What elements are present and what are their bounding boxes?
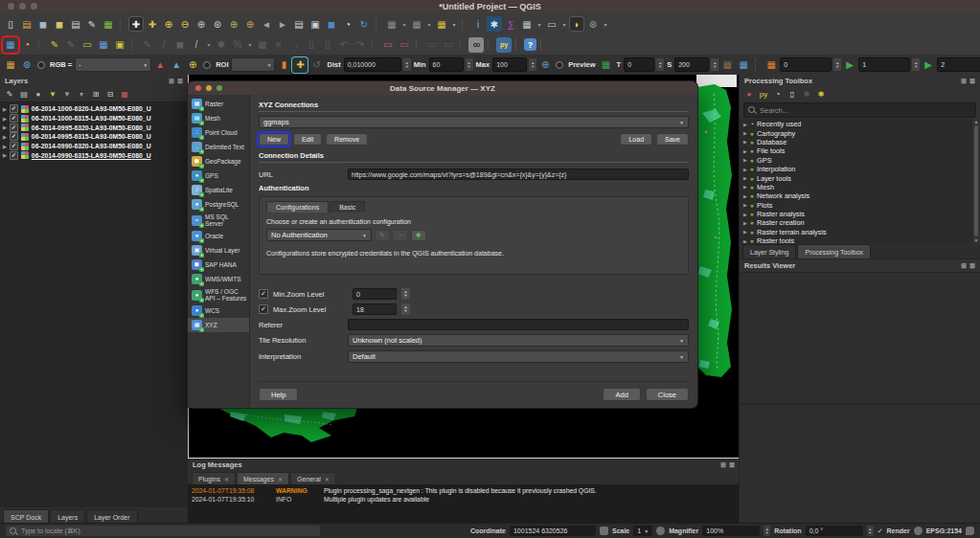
- layer-visibility-checkbox[interactable]: ✓: [10, 123, 18, 132]
- dock-tab[interactable]: Layer Styling: [742, 244, 796, 258]
- layers-tool-icon[interactable]: ●: [33, 89, 44, 101]
- toolbar-icon[interactable]: /: [189, 37, 204, 53]
- toolbar-icon[interactable]: ▾: [425, 16, 433, 32]
- close-tab-icon[interactable]: ✕: [278, 476, 283, 482]
- close-window-icon[interactable]: [8, 3, 14, 10]
- go-icon[interactable]: ▶: [842, 57, 857, 73]
- processing-group[interactable]: ▶ ● GPS: [740, 156, 980, 165]
- layer-item[interactable]: ▶ ✓ 06-2014-1000-6320-LA93-0M50-E080_U: [0, 104, 188, 114]
- roi-polygon-icon[interactable]: ▮: [276, 57, 291, 73]
- scroll-up-icon[interactable]: ▲: [974, 119, 979, 124]
- messages-bubble-icon[interactable]: [966, 527, 974, 535]
- max-stepper[interactable]: ▲▼: [529, 58, 536, 71]
- toolbar-icon[interactable]: ▾: [602, 16, 609, 32]
- close-tab-icon[interactable]: ✕: [325, 476, 330, 482]
- undock-panel-icon[interactable]: ⊞: [961, 78, 967, 84]
- dialog-sidebar-item[interactable]: ∴ Point Cloud: [188, 125, 249, 140]
- processing-group[interactable]: ▶ ● Interpolation: [740, 165, 980, 173]
- expand-icon[interactable]: ▶: [743, 212, 747, 217]
- band1-stepper[interactable]: ▲▼: [912, 58, 920, 71]
- auth-config-select[interactable]: No Authentication ▼: [266, 229, 372, 241]
- close-panel-icon[interactable]: ⊠: [177, 78, 183, 84]
- toolbar-icon[interactable]: [372, 38, 376, 51]
- expand-icon[interactable]: ▶: [743, 238, 747, 243]
- toolbar-icon[interactable]: ►: [275, 16, 290, 32]
- dialog-sidebar-item[interactable]: ◼ SAP HANA: [188, 258, 249, 272]
- scroll-down-icon[interactable]: ▼: [974, 237, 979, 243]
- toolbar-icon[interactable]: ▭: [397, 37, 412, 53]
- band2-value[interactable]: 2: [937, 57, 980, 72]
- toolbar-icon[interactable]: [131, 38, 136, 51]
- toolbar-icon[interactable]: ↷: [353, 37, 368, 53]
- log-tab[interactable]: Messages ✕: [237, 472, 289, 484]
- window-controls[interactable]: [8, 3, 37, 10]
- toolbar-icon[interactable]: ≡: [271, 37, 286, 53]
- dialog-sidebar-item[interactable]: ◼ GeoPackage: [188, 154, 249, 168]
- layers-tool-icon[interactable]: ▤: [18, 89, 30, 101]
- layers-tool-icon[interactable]: ⊟: [104, 89, 116, 101]
- minimize-dialog-icon[interactable]: [206, 85, 212, 91]
- toolbar-icon[interactable]: oo: [468, 37, 484, 53]
- rotation-stepper[interactable]: ▲▼: [867, 526, 874, 536]
- toolbar-icon[interactable]: ▦: [434, 16, 449, 32]
- processing-group[interactable]: ▶ ● Cartography: [740, 128, 980, 137]
- local-stretch-icon[interactable]: ▲: [152, 57, 168, 73]
- scp-bandset-icon[interactable]: ▦: [3, 57, 18, 73]
- dialog-sidebar-item[interactable]: ● PostgreSQL: [188, 197, 249, 212]
- toolbar-icon[interactable]: ▤: [291, 16, 307, 32]
- toolbar-icon[interactable]: ✎: [63, 37, 79, 53]
- dialog-sidebar-item[interactable]: ▦ XYZ: [188, 318, 249, 332]
- expand-icon[interactable]: ▶: [743, 175, 747, 181]
- panel-divider[interactable]: [740, 403, 980, 405]
- toolbar-icon[interactable]: ✎: [84, 16, 100, 32]
- toolbar-icon[interactable]: ◼: [35, 16, 51, 32]
- add-auth-icon[interactable]: ✚: [411, 230, 426, 241]
- log-tab[interactable]: General ✕: [290, 472, 336, 484]
- expand-icon[interactable]: ▶: [3, 116, 7, 122]
- expand-icon[interactable]: ▶: [743, 139, 747, 145]
- toolbar-icon[interactable]: ⊛: [585, 16, 601, 32]
- expand-icon[interactable]: ▶: [3, 144, 7, 149]
- layer-visibility-checkbox[interactable]: ✓: [10, 114, 18, 123]
- toolbar-icon[interactable]: ▣: [112, 37, 127, 53]
- layer-visibility-checkbox[interactable]: ✓: [10, 132, 18, 141]
- processing-group[interactable]: ▶ ● Raster analysis: [740, 210, 980, 218]
- expand-icon[interactable]: ▶: [743, 193, 747, 199]
- toolbar-icon[interactable]: ◼: [52, 16, 67, 32]
- toolbar-icon[interactable]: ▦: [384, 16, 399, 32]
- processing-group[interactable]: ▶ ◔ Recently used: [740, 120, 980, 128]
- auth-tab[interactable]: Basic: [330, 201, 365, 213]
- toolbar-icon[interactable]: ⊕: [161, 16, 176, 32]
- roi-pointer-icon[interactable]: ✚: [292, 57, 308, 73]
- url-field[interactable]: https://www.google.com/maps/vt?lyrs=s@18…: [348, 168, 689, 180]
- preview-image-icon[interactable]: ▦: [736, 57, 751, 73]
- tile-resolution-select[interactable]: Unknown (not scaled) ▼: [348, 334, 689, 347]
- log-tab[interactable]: Plugins ✕: [192, 472, 236, 484]
- scrollbar[interactable]: ▲ ▼: [971, 119, 980, 243]
- processing-group[interactable]: ▶ ● Raster terrain analysis: [740, 228, 980, 236]
- extents-icon[interactable]: [600, 527, 608, 535]
- toolbar-icon[interactable]: i: [470, 16, 486, 32]
- redo-roi-icon[interactable]: ↺: [308, 57, 324, 73]
- processing-tool-icon[interactable]: ◔: [772, 89, 784, 101]
- locate-input[interactable]: Type to locate (⌘K): [6, 526, 320, 536]
- scale-select[interactable]: 1 ▼: [633, 526, 652, 536]
- toolbar-icon[interactable]: ∑: [503, 16, 518, 32]
- max-zoom-field[interactable]: 18: [353, 303, 397, 315]
- toolbar-icon[interactable]: ▯: [320, 37, 335, 53]
- toolbar-icon[interactable]: ▾: [205, 37, 213, 53]
- toolbar-icon[interactable]: [120, 18, 125, 31]
- minimize-window-icon[interactable]: [19, 3, 26, 10]
- dialog-sidebar-item[interactable]: ● Oracle: [188, 229, 249, 243]
- t-value[interactable]: 0: [624, 57, 654, 72]
- load-button[interactable]: Load: [620, 133, 652, 146]
- processing-tool-icon[interactable]: ●: [743, 89, 755, 101]
- toolbar-icon[interactable]: ▾: [536, 16, 543, 32]
- toolbar-icon[interactable]: ✎: [140, 37, 155, 53]
- toolbar-icon[interactable]: ◼: [324, 16, 339, 32]
- rgb-combo[interactable]: - ▼: [75, 57, 151, 72]
- toolbar-icon[interactable]: ✱: [214, 37, 229, 53]
- dialog-sidebar-item[interactable]: ● WCS: [188, 303, 249, 318]
- toolbar-icon[interactable]: ◔: [19, 37, 34, 53]
- help-button[interactable]: Help: [259, 388, 298, 401]
